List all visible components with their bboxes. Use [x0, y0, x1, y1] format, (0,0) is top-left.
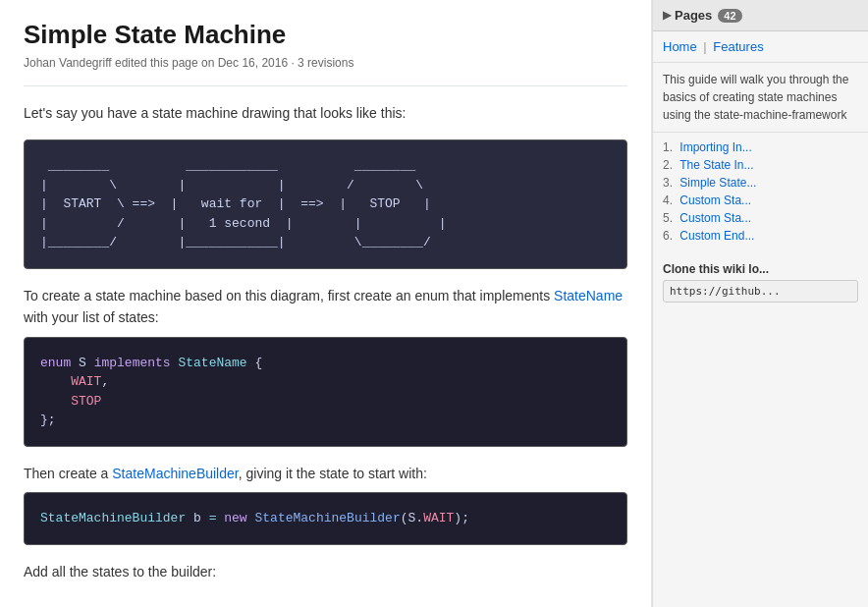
item-num: 5.: [663, 211, 673, 225]
pages-label: Pages: [675, 8, 712, 23]
toc-link-4[interactable]: Custom Sta...: [679, 193, 751, 207]
item-num: 3.: [663, 176, 673, 190]
list-item: 5. Custom Sta...: [663, 211, 858, 225]
pages-header[interactable]: ▶ Pages 42: [653, 0, 868, 31]
nav-home-link[interactable]: Home: [663, 39, 697, 54]
pages-arrow-icon: ▶: [663, 9, 671, 22]
statename-link[interactable]: StateName: [554, 288, 623, 304]
item-num: 6.: [663, 229, 673, 243]
ascii-diagram: ________ ____________ ________ | \ | | /…: [24, 139, 627, 269]
list-item: 1. Importing In...: [663, 140, 858, 154]
para1-before: To create a state machine based on this …: [24, 288, 554, 304]
toc-link-3[interactable]: Simple State...: [679, 176, 756, 190]
builder-link[interactable]: StateMachineBuilder: [112, 466, 238, 481]
clone-label: Clone this wiki lo...: [663, 262, 858, 276]
code-enum-block: enum S implements StateName { WAIT, STOP…: [24, 337, 627, 447]
para-add: Add all the states to the builder:: [24, 561, 627, 582]
list-item: 6. Custom End...: [663, 229, 858, 243]
para2-after: , giving it the state to start with:: [239, 466, 427, 481]
sidebar: ▶ Pages 42 Home | Features This guide wi…: [652, 0, 868, 607]
toc-link-6[interactable]: Custom End...: [679, 229, 754, 243]
toc-link-1[interactable]: Importing In...: [679, 140, 751, 154]
sidebar-toc-list: 1. Importing In... 2. The State In... 3.…: [653, 133, 868, 254]
nav-features-link[interactable]: Features: [713, 39, 763, 54]
clone-section: Clone this wiki lo... https://github...: [653, 254, 868, 310]
main-content: Simple State Machine Johan Vandegriff ed…: [0, 0, 652, 607]
intro-text: Let's say you have a state machine drawi…: [24, 102, 627, 124]
para-builder: Then create a StateMachineBuilder, givin…: [24, 463, 627, 484]
item-num: 4.: [663, 193, 673, 207]
divider: [24, 85, 627, 86]
item-num: 2.: [663, 158, 673, 172]
item-num: 1.: [663, 140, 673, 154]
list-item: 4. Custom Sta...: [663, 193, 858, 207]
code-builder-block: StateMachineBuilder b = new StateMachine…: [24, 492, 627, 545]
sidebar-nav: Home | Features: [653, 31, 868, 63]
toc-link-2[interactable]: The State In...: [679, 158, 753, 172]
clone-url[interactable]: https://github...: [663, 280, 858, 303]
list-item: 3. Simple State...: [663, 176, 858, 190]
para-statename: To create a state machine based on this …: [24, 285, 627, 329]
sidebar-description: This guide will walk you through the bas…: [653, 63, 868, 133]
list-item: 2. The State In...: [663, 158, 858, 172]
para1-after: with your list of states:: [24, 309, 159, 325]
page-meta: Johan Vandegriff edited this page on Dec…: [24, 56, 627, 70]
nav-separator: |: [703, 39, 706, 54]
para2-before: Then create a: [24, 466, 112, 481]
toc-link-5[interactable]: Custom Sta...: [679, 211, 751, 225]
pages-count: 42: [718, 9, 741, 23]
page-title: Simple State Machine: [24, 20, 627, 50]
